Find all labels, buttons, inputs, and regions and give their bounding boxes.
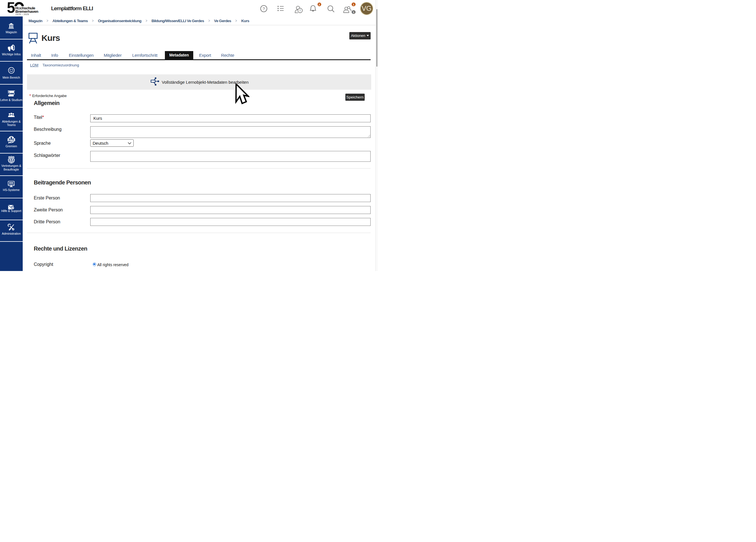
- svg-text:?: ?: [263, 6, 265, 11]
- svg-text:!: !: [300, 9, 301, 12]
